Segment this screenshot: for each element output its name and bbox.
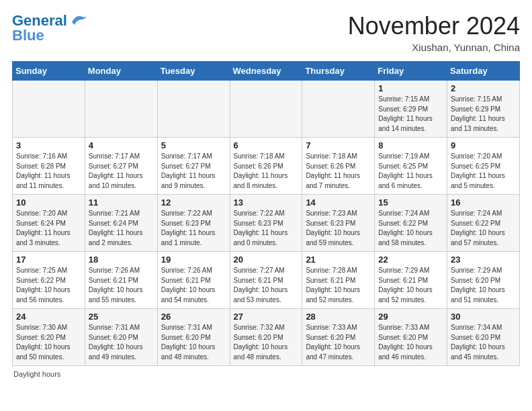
day-info: Sunrise: 7:15 AM Sunset: 6:29 PM Dayligh… <box>378 95 443 134</box>
day-info: Sunrise: 7:31 AM Sunset: 6:20 PM Dayligh… <box>161 323 226 362</box>
day-info: Sunrise: 7:21 AM Sunset: 6:24 PM Dayligh… <box>89 209 154 248</box>
day-info: Sunrise: 7:31 AM Sunset: 6:20 PM Dayligh… <box>89 323 154 362</box>
day-cell: 13Sunrise: 7:22 AM Sunset: 6:23 PM Dayli… <box>230 195 302 252</box>
day-info: Sunrise: 7:16 AM Sunset: 6:28 PM Dayligh… <box>16 152 81 191</box>
week-row-3: 10Sunrise: 7:20 AM Sunset: 6:24 PM Dayli… <box>13 195 520 252</box>
day-cell: 24Sunrise: 7:30 AM Sunset: 6:20 PM Dayli… <box>13 309 85 366</box>
day-number: 15 <box>378 197 443 208</box>
week-row-5: 24Sunrise: 7:30 AM Sunset: 6:20 PM Dayli… <box>13 309 520 366</box>
day-info: Sunrise: 7:23 AM Sunset: 6:23 PM Dayligh… <box>306 209 371 248</box>
day-info: Sunrise: 7:26 AM Sunset: 6:21 PM Dayligh… <box>161 266 226 305</box>
day-cell: 6Sunrise: 7:18 AM Sunset: 6:26 PM Daylig… <box>230 138 302 195</box>
weekday-saturday: Saturday <box>447 62 520 81</box>
day-info: Sunrise: 7:22 AM Sunset: 6:23 PM Dayligh… <box>161 209 226 248</box>
day-info: Sunrise: 7:24 AM Sunset: 6:22 PM Dayligh… <box>451 209 516 248</box>
day-cell: 30Sunrise: 7:34 AM Sunset: 6:20 PM Dayli… <box>447 309 520 366</box>
day-cell <box>302 81 375 138</box>
day-number: 11 <box>89 197 154 208</box>
day-info: Sunrise: 7:22 AM Sunset: 6:23 PM Dayligh… <box>234 209 299 248</box>
logo: General Blue <box>12 12 88 44</box>
weekday-header-row: SundayMondayTuesdayWednesdayThursdayFrid… <box>13 62 520 81</box>
day-number: 1 <box>378 83 443 93</box>
day-number: 19 <box>161 255 226 265</box>
day-number: 30 <box>451 312 516 322</box>
weekday-monday: Monday <box>85 62 157 81</box>
day-number: 10 <box>16 197 81 208</box>
day-number: 13 <box>234 197 299 208</box>
week-row-4: 17Sunrise: 7:25 AM Sunset: 6:22 PM Dayli… <box>13 252 520 309</box>
weekday-tuesday: Tuesday <box>157 62 230 81</box>
day-cell: 20Sunrise: 7:27 AM Sunset: 6:21 PM Dayli… <box>230 252 302 309</box>
day-cell: 3Sunrise: 7:16 AM Sunset: 6:28 PM Daylig… <box>13 138 85 195</box>
day-number: 6 <box>234 140 299 150</box>
day-cell: 18Sunrise: 7:26 AM Sunset: 6:21 PM Dayli… <box>85 252 157 309</box>
day-cell: 15Sunrise: 7:24 AM Sunset: 6:22 PM Dayli… <box>375 195 447 252</box>
day-info: Sunrise: 7:15 AM Sunset: 6:29 PM Dayligh… <box>451 95 516 134</box>
day-info: Sunrise: 7:27 AM Sunset: 6:21 PM Dayligh… <box>234 266 299 305</box>
day-info: Sunrise: 7:33 AM Sunset: 6:20 PM Dayligh… <box>306 323 371 362</box>
weekday-wednesday: Wednesday <box>230 62 302 81</box>
day-number: 16 <box>451 197 516 208</box>
day-cell: 17Sunrise: 7:25 AM Sunset: 6:22 PM Dayli… <box>13 252 85 309</box>
day-info: Sunrise: 7:30 AM Sunset: 6:20 PM Dayligh… <box>16 323 81 362</box>
day-number: 22 <box>378 255 443 265</box>
day-cell: 10Sunrise: 7:20 AM Sunset: 6:24 PM Dayli… <box>13 195 85 252</box>
day-cell: 25Sunrise: 7:31 AM Sunset: 6:20 PM Dayli… <box>85 309 157 366</box>
day-cell: 5Sunrise: 7:17 AM Sunset: 6:27 PM Daylig… <box>157 138 230 195</box>
header: General Blue November 2024 Xiushan, Yunn… <box>12 12 520 53</box>
day-cell: 11Sunrise: 7:21 AM Sunset: 6:24 PM Dayli… <box>85 195 157 252</box>
day-cell: 14Sunrise: 7:23 AM Sunset: 6:23 PM Dayli… <box>302 195 375 252</box>
day-number: 18 <box>89 255 154 265</box>
title-block: November 2024 Xiushan, Yunnan, China <box>348 12 520 53</box>
page: General Blue November 2024 Xiushan, Yunn… <box>0 0 532 385</box>
day-info: Sunrise: 7:19 AM Sunset: 6:25 PM Dayligh… <box>378 152 443 191</box>
day-cell: 26Sunrise: 7:31 AM Sunset: 6:20 PM Dayli… <box>157 309 230 366</box>
day-cell: 2Sunrise: 7:15 AM Sunset: 6:29 PM Daylig… <box>447 81 520 138</box>
day-number: 21 <box>306 255 371 265</box>
day-cell <box>157 81 230 138</box>
day-number: 20 <box>234 255 299 265</box>
day-cell: 27Sunrise: 7:32 AM Sunset: 6:20 PM Dayli… <box>230 309 302 366</box>
week-row-1: 1Sunrise: 7:15 AM Sunset: 6:29 PM Daylig… <box>13 81 520 138</box>
day-info: Sunrise: 7:29 AM Sunset: 6:21 PM Dayligh… <box>378 266 443 305</box>
weekday-sunday: Sunday <box>13 62 85 81</box>
calendar-table: SundayMondayTuesdayWednesdayThursdayFrid… <box>12 61 520 366</box>
weekday-friday: Friday <box>375 62 447 81</box>
day-info: Sunrise: 7:34 AM Sunset: 6:20 PM Dayligh… <box>451 323 516 362</box>
day-number: 25 <box>89 312 154 322</box>
day-cell <box>230 81 302 138</box>
week-row-2: 3Sunrise: 7:16 AM Sunset: 6:28 PM Daylig… <box>13 138 520 195</box>
day-info: Sunrise: 7:18 AM Sunset: 6:26 PM Dayligh… <box>306 152 371 191</box>
day-cell: 21Sunrise: 7:28 AM Sunset: 6:21 PM Dayli… <box>302 252 375 309</box>
day-info: Sunrise: 7:28 AM Sunset: 6:21 PM Dayligh… <box>306 266 371 305</box>
day-cell <box>13 81 85 138</box>
day-number: 29 <box>378 312 443 322</box>
footer-note: Daylight hours <box>12 370 520 378</box>
location: Xiushan, Yunnan, China <box>348 42 520 53</box>
day-info: Sunrise: 7:24 AM Sunset: 6:22 PM Dayligh… <box>378 209 443 248</box>
logo-blue: Blue <box>12 27 44 44</box>
day-info: Sunrise: 7:25 AM Sunset: 6:22 PM Dayligh… <box>16 266 81 305</box>
day-cell: 4Sunrise: 7:17 AM Sunset: 6:27 PM Daylig… <box>85 138 157 195</box>
weekday-thursday: Thursday <box>302 62 375 81</box>
day-number: 3 <box>16 140 81 150</box>
day-cell: 22Sunrise: 7:29 AM Sunset: 6:21 PM Dayli… <box>375 252 447 309</box>
day-number: 4 <box>89 140 154 150</box>
day-cell: 12Sunrise: 7:22 AM Sunset: 6:23 PM Dayli… <box>157 195 230 252</box>
day-info: Sunrise: 7:26 AM Sunset: 6:21 PM Dayligh… <box>89 266 154 305</box>
day-info: Sunrise: 7:20 AM Sunset: 6:24 PM Dayligh… <box>16 209 81 248</box>
day-cell: 16Sunrise: 7:24 AM Sunset: 6:22 PM Dayli… <box>447 195 520 252</box>
day-info: Sunrise: 7:29 AM Sunset: 6:20 PM Dayligh… <box>451 266 516 305</box>
day-number: 7 <box>306 140 371 150</box>
day-cell: 28Sunrise: 7:33 AM Sunset: 6:20 PM Dayli… <box>302 309 375 366</box>
day-info: Sunrise: 7:18 AM Sunset: 6:26 PM Dayligh… <box>234 152 299 191</box>
day-info: Sunrise: 7:17 AM Sunset: 6:27 PM Dayligh… <box>89 152 154 191</box>
day-cell: 7Sunrise: 7:18 AM Sunset: 6:26 PM Daylig… <box>302 138 375 195</box>
day-number: 27 <box>234 312 299 322</box>
day-cell <box>85 81 157 138</box>
day-info: Sunrise: 7:17 AM Sunset: 6:27 PM Dayligh… <box>161 152 226 191</box>
day-number: 8 <box>378 140 443 150</box>
day-number: 12 <box>161 197 226 208</box>
day-number: 24 <box>16 312 81 322</box>
day-number: 9 <box>451 140 516 150</box>
